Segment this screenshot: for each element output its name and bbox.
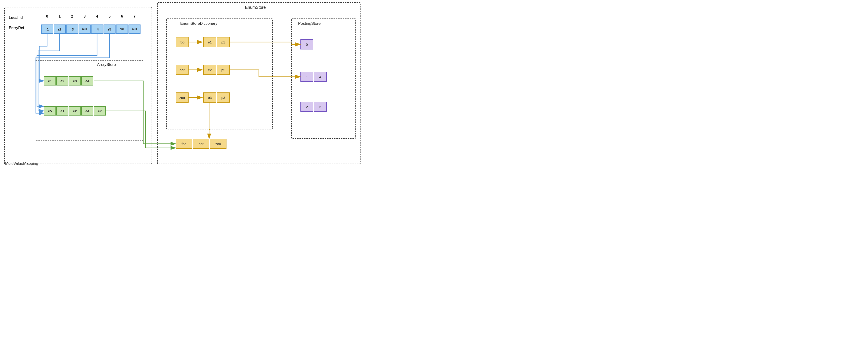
dict-e2: e2 bbox=[204, 65, 216, 75]
posting-1: 1 bbox=[301, 72, 313, 82]
posting-4: 4 bbox=[314, 72, 327, 82]
diagram: MultiValueMapping Local Id 0 1 2 3 4 5 6… bbox=[0, 0, 434, 174]
enumstoredictionary-label: EnumStoreDictionary bbox=[180, 21, 217, 26]
entryref-r1: r1 bbox=[41, 25, 53, 34]
array1-row: e1 e2 e3 e4 bbox=[44, 76, 93, 86]
localid-6: 6 bbox=[116, 14, 128, 19]
localid-row: 0 1 2 3 4 5 6 7 bbox=[41, 14, 141, 19]
array1-e4: e4 bbox=[81, 76, 93, 86]
dict-p2: p2 bbox=[217, 65, 230, 75]
entryref-row: r1 r2 r3 null r4 r5 null null bbox=[41, 25, 141, 34]
localid-4: 4 bbox=[91, 14, 103, 19]
enum-zoo: zoo bbox=[210, 139, 226, 149]
dict-p3: p3 bbox=[217, 92, 230, 103]
array2-e7: e7 bbox=[94, 106, 106, 116]
array2-e2: e2 bbox=[69, 106, 81, 116]
arraystore-label: ArrayStore bbox=[97, 62, 116, 67]
enum-foo: foo bbox=[176, 139, 192, 149]
entryref-r5: r5 bbox=[103, 25, 116, 34]
entryref-r4: r4 bbox=[91, 25, 103, 34]
dict-e1: e1 bbox=[204, 37, 216, 47]
posting-2: 2 bbox=[301, 102, 313, 112]
posting-row1: 0 bbox=[301, 39, 313, 50]
posting-0: 0 bbox=[301, 39, 313, 50]
localid-1: 1 bbox=[54, 14, 66, 19]
array2-e5: e5 bbox=[44, 106, 56, 116]
dict-zoo-key: zoo bbox=[176, 92, 189, 103]
localid-7: 7 bbox=[128, 14, 141, 19]
enum-values-row: foo bar zoo bbox=[176, 139, 226, 149]
dict-bar-key: bar bbox=[176, 65, 189, 75]
multivaluemapping-label: MultiValueMapping bbox=[5, 161, 38, 166]
entryref-null3: null bbox=[128, 25, 141, 34]
localid-2: 2 bbox=[66, 14, 78, 19]
posting-5: 5 bbox=[314, 102, 327, 112]
dict-p1: p1 bbox=[217, 37, 230, 47]
arraystore-box bbox=[35, 60, 143, 141]
enum-bar: bar bbox=[193, 139, 209, 149]
array2-e4: e4 bbox=[81, 106, 93, 116]
array1-e2: e2 bbox=[56, 76, 68, 86]
entryref-r3: r3 bbox=[66, 25, 78, 34]
localid-0: 0 bbox=[41, 14, 53, 19]
localid-5: 5 bbox=[103, 14, 116, 19]
posting-row2: 1 4 bbox=[301, 72, 327, 82]
array2-e1: e1 bbox=[56, 106, 68, 116]
postingstore-label: PostingStore bbox=[298, 21, 320, 26]
entryref-null1: null bbox=[79, 25, 91, 34]
entryref-r2: r2 bbox=[54, 25, 66, 34]
entryref-null2: null bbox=[116, 25, 128, 34]
entryref-label: EntryRef bbox=[9, 26, 24, 30]
enumstore-label: EnumStore bbox=[245, 5, 266, 10]
dict-e3: e3 bbox=[204, 92, 216, 103]
localid-label: Local Id bbox=[9, 16, 23, 20]
posting-row3: 2 5 bbox=[301, 102, 327, 112]
localid-3: 3 bbox=[79, 14, 91, 19]
array1-e1: e1 bbox=[44, 76, 56, 86]
array2-row: e5 e1 e2 e4 e7 bbox=[44, 106, 106, 116]
array1-e3: e3 bbox=[69, 76, 81, 86]
dict-foo-key: foo bbox=[176, 37, 189, 47]
